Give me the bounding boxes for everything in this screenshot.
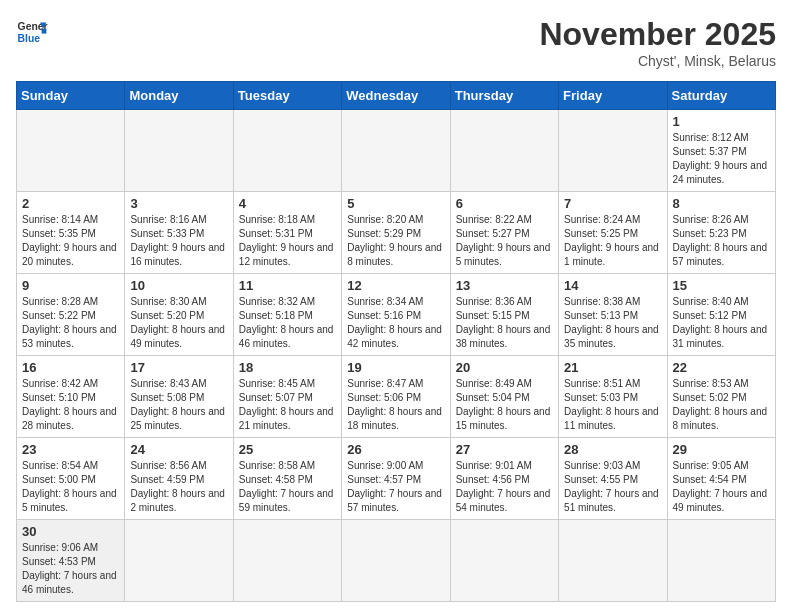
day-info: Sunrise: 8:58 AM Sunset: 4:58 PM Dayligh…: [239, 459, 336, 515]
week-row-6: 30Sunrise: 9:06 AM Sunset: 4:53 PM Dayli…: [17, 520, 776, 602]
calendar-cell: 28Sunrise: 9:03 AM Sunset: 4:55 PM Dayli…: [559, 438, 667, 520]
day-number: 24: [130, 442, 227, 457]
day-number: 14: [564, 278, 661, 293]
weekday-header-row: SundayMondayTuesdayWednesdayThursdayFrid…: [17, 82, 776, 110]
weekday-wednesday: Wednesday: [342, 82, 450, 110]
week-row-2: 2Sunrise: 8:14 AM Sunset: 5:35 PM Daylig…: [17, 192, 776, 274]
day-info: Sunrise: 9:06 AM Sunset: 4:53 PM Dayligh…: [22, 541, 119, 597]
day-number: 8: [673, 196, 770, 211]
day-info: Sunrise: 8:24 AM Sunset: 5:25 PM Dayligh…: [564, 213, 661, 269]
calendar-cell: [233, 110, 341, 192]
day-info: Sunrise: 8:18 AM Sunset: 5:31 PM Dayligh…: [239, 213, 336, 269]
week-row-4: 16Sunrise: 8:42 AM Sunset: 5:10 PM Dayli…: [17, 356, 776, 438]
day-number: 11: [239, 278, 336, 293]
day-info: Sunrise: 8:51 AM Sunset: 5:03 PM Dayligh…: [564, 377, 661, 433]
calendar-cell: 23Sunrise: 8:54 AM Sunset: 5:00 PM Dayli…: [17, 438, 125, 520]
day-number: 16: [22, 360, 119, 375]
svg-marker-3: [42, 29, 47, 34]
day-info: Sunrise: 8:56 AM Sunset: 4:59 PM Dayligh…: [130, 459, 227, 515]
calendar-cell: 29Sunrise: 9:05 AM Sunset: 4:54 PM Dayli…: [667, 438, 775, 520]
calendar-cell: 10Sunrise: 8:30 AM Sunset: 5:20 PM Dayli…: [125, 274, 233, 356]
weekday-monday: Monday: [125, 82, 233, 110]
page-header: General Blue November 2025 Chyst', Minsk…: [16, 16, 776, 69]
calendar-cell: 1Sunrise: 8:12 AM Sunset: 5:37 PM Daylig…: [667, 110, 775, 192]
day-number: 28: [564, 442, 661, 457]
calendar-cell: 21Sunrise: 8:51 AM Sunset: 5:03 PM Dayli…: [559, 356, 667, 438]
calendar-cell: 3Sunrise: 8:16 AM Sunset: 5:33 PM Daylig…: [125, 192, 233, 274]
day-info: Sunrise: 9:01 AM Sunset: 4:56 PM Dayligh…: [456, 459, 553, 515]
title-block: November 2025 Chyst', Minsk, Belarus: [539, 16, 776, 69]
calendar-cell: 5Sunrise: 8:20 AM Sunset: 5:29 PM Daylig…: [342, 192, 450, 274]
day-number: 22: [673, 360, 770, 375]
calendar-cell: 13Sunrise: 8:36 AM Sunset: 5:15 PM Dayli…: [450, 274, 558, 356]
calendar-cell: 22Sunrise: 8:53 AM Sunset: 5:02 PM Dayli…: [667, 356, 775, 438]
calendar-cell: 7Sunrise: 8:24 AM Sunset: 5:25 PM Daylig…: [559, 192, 667, 274]
svg-text:Blue: Blue: [18, 33, 41, 44]
calendar-cell: 27Sunrise: 9:01 AM Sunset: 4:56 PM Dayli…: [450, 438, 558, 520]
day-number: 30: [22, 524, 119, 539]
day-info: Sunrise: 8:36 AM Sunset: 5:15 PM Dayligh…: [456, 295, 553, 351]
calendar-cell: 2Sunrise: 8:14 AM Sunset: 5:35 PM Daylig…: [17, 192, 125, 274]
day-number: 23: [22, 442, 119, 457]
weekday-sunday: Sunday: [17, 82, 125, 110]
day-number: 1: [673, 114, 770, 129]
calendar-cell: 25Sunrise: 8:58 AM Sunset: 4:58 PM Dayli…: [233, 438, 341, 520]
day-info: Sunrise: 8:34 AM Sunset: 5:16 PM Dayligh…: [347, 295, 444, 351]
calendar-cell: [17, 110, 125, 192]
day-number: 9: [22, 278, 119, 293]
calendar-cell: 17Sunrise: 8:43 AM Sunset: 5:08 PM Dayli…: [125, 356, 233, 438]
day-info: Sunrise: 8:45 AM Sunset: 5:07 PM Dayligh…: [239, 377, 336, 433]
week-row-1: 1Sunrise: 8:12 AM Sunset: 5:37 PM Daylig…: [17, 110, 776, 192]
calendar-cell: 15Sunrise: 8:40 AM Sunset: 5:12 PM Dayli…: [667, 274, 775, 356]
day-number: 7: [564, 196, 661, 211]
weekday-saturday: Saturday: [667, 82, 775, 110]
calendar-cell: 6Sunrise: 8:22 AM Sunset: 5:27 PM Daylig…: [450, 192, 558, 274]
day-number: 21: [564, 360, 661, 375]
day-info: Sunrise: 8:43 AM Sunset: 5:08 PM Dayligh…: [130, 377, 227, 433]
calendar-cell: [342, 520, 450, 602]
calendar-cell: [559, 520, 667, 602]
logo-icon: General Blue: [16, 16, 48, 48]
day-number: 12: [347, 278, 444, 293]
calendar-cell: [450, 110, 558, 192]
weekday-thursday: Thursday: [450, 82, 558, 110]
logo: General Blue: [16, 16, 48, 48]
calendar-cell: [450, 520, 558, 602]
day-number: 3: [130, 196, 227, 211]
week-row-3: 9Sunrise: 8:28 AM Sunset: 5:22 PM Daylig…: [17, 274, 776, 356]
day-info: Sunrise: 8:20 AM Sunset: 5:29 PM Dayligh…: [347, 213, 444, 269]
day-info: Sunrise: 8:32 AM Sunset: 5:18 PM Dayligh…: [239, 295, 336, 351]
day-number: 18: [239, 360, 336, 375]
calendar-table: SundayMondayTuesdayWednesdayThursdayFrid…: [16, 81, 776, 602]
week-row-5: 23Sunrise: 8:54 AM Sunset: 5:00 PM Dayli…: [17, 438, 776, 520]
calendar-cell: 18Sunrise: 8:45 AM Sunset: 5:07 PM Dayli…: [233, 356, 341, 438]
day-number: 6: [456, 196, 553, 211]
weekday-tuesday: Tuesday: [233, 82, 341, 110]
day-info: Sunrise: 8:22 AM Sunset: 5:27 PM Dayligh…: [456, 213, 553, 269]
calendar-cell: 4Sunrise: 8:18 AM Sunset: 5:31 PM Daylig…: [233, 192, 341, 274]
month-title: November 2025: [539, 16, 776, 53]
day-number: 29: [673, 442, 770, 457]
day-number: 5: [347, 196, 444, 211]
calendar-cell: 16Sunrise: 8:42 AM Sunset: 5:10 PM Dayli…: [17, 356, 125, 438]
day-number: 19: [347, 360, 444, 375]
day-info: Sunrise: 8:42 AM Sunset: 5:10 PM Dayligh…: [22, 377, 119, 433]
calendar-cell: 30Sunrise: 9:06 AM Sunset: 4:53 PM Dayli…: [17, 520, 125, 602]
calendar-cell: [125, 110, 233, 192]
day-info: Sunrise: 9:05 AM Sunset: 4:54 PM Dayligh…: [673, 459, 770, 515]
calendar-cell: 9Sunrise: 8:28 AM Sunset: 5:22 PM Daylig…: [17, 274, 125, 356]
weekday-friday: Friday: [559, 82, 667, 110]
day-number: 27: [456, 442, 553, 457]
calendar-cell: 26Sunrise: 9:00 AM Sunset: 4:57 PM Dayli…: [342, 438, 450, 520]
day-info: Sunrise: 8:12 AM Sunset: 5:37 PM Dayligh…: [673, 131, 770, 187]
day-number: 17: [130, 360, 227, 375]
calendar-cell: [125, 520, 233, 602]
location: Chyst', Minsk, Belarus: [539, 53, 776, 69]
calendar-cell: 19Sunrise: 8:47 AM Sunset: 5:06 PM Dayli…: [342, 356, 450, 438]
day-number: 20: [456, 360, 553, 375]
day-info: Sunrise: 9:00 AM Sunset: 4:57 PM Dayligh…: [347, 459, 444, 515]
day-info: Sunrise: 8:14 AM Sunset: 5:35 PM Dayligh…: [22, 213, 119, 269]
calendar-cell: 20Sunrise: 8:49 AM Sunset: 5:04 PM Dayli…: [450, 356, 558, 438]
calendar-cell: 11Sunrise: 8:32 AM Sunset: 5:18 PM Dayli…: [233, 274, 341, 356]
day-info: Sunrise: 8:16 AM Sunset: 5:33 PM Dayligh…: [130, 213, 227, 269]
